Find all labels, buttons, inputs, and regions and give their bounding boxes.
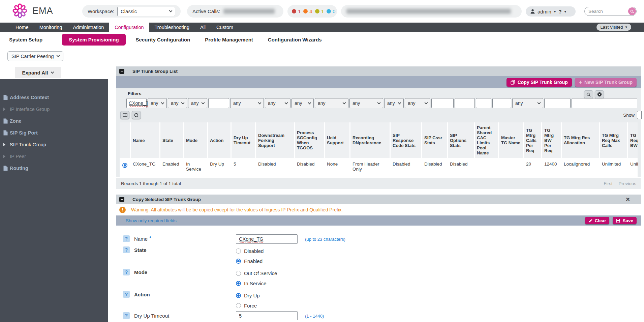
sidebar-item-address-context[interactable]: Address Context — [0, 91, 108, 103]
filter-select[interactable]: any — [292, 98, 314, 108]
tab-system-setup[interactable]: System Setup — [9, 34, 42, 46]
name-label: Name* — [134, 235, 151, 243]
show-required-fields-link[interactable]: Show only required fields — [126, 218, 177, 223]
pagination-first[interactable]: First — [604, 181, 612, 186]
tab-security-configuration[interactable]: Security Configuration — [136, 34, 190, 46]
refresh-button[interactable] — [132, 111, 141, 119]
state-option-disabled[interactable]: Disabled — [236, 246, 264, 255]
sidebar-item-sip-trunk-group[interactable]: SIP Trunk Group — [0, 139, 108, 150]
clear-filter-button[interactable] — [595, 90, 604, 98]
name-input[interactable]: CXone_TG — [236, 234, 298, 244]
filter-text-input[interactable] — [476, 98, 491, 108]
sidebar-item-sip-sig-port[interactable]: SIP Sig Port — [0, 127, 108, 139]
state-option-enabled[interactable]: Enabled — [236, 257, 264, 265]
collapse-panel-icon[interactable] — [119, 69, 124, 74]
workspace-label: Workspace: — [88, 8, 114, 14]
filter-select[interactable]: any — [349, 98, 383, 108]
radio-icon[interactable] — [236, 303, 241, 308]
clear-circle-icon — [597, 92, 602, 97]
action-option-dry-up[interactable]: Dry Up — [236, 291, 260, 300]
search-button[interactable] — [628, 7, 636, 15]
action-label: Action — [134, 291, 150, 310]
page-size-select[interactable] — [637, 111, 642, 119]
sidebar-item-routing[interactable]: Routing — [0, 162, 108, 174]
table-header-sip-options-stats: SIP Options Stats — [448, 122, 474, 158]
radio-icon[interactable] — [236, 248, 241, 254]
new-sip-trunk-group-button[interactable]: + New SIP Trunk Group — [575, 78, 637, 87]
copy-icon — [511, 80, 515, 85]
show-label: Show — [623, 113, 635, 118]
filter-select[interactable]: any — [265, 98, 290, 108]
name-field-row: ? Name* CXone_TG (up to 23 characters) — [123, 234, 641, 244]
nav-item-custom[interactable]: Custom — [211, 23, 239, 32]
filter-select-value: any — [318, 100, 326, 106]
dry-up-timeout-input[interactable]: 5 — [236, 311, 298, 320]
mode-option-in-service[interactable]: In Service — [236, 279, 277, 288]
save-button[interactable]: Save — [613, 217, 637, 224]
last-visited-button[interactable]: Last Visited ▾ — [596, 24, 632, 31]
filter-select[interactable]: any — [512, 98, 543, 108]
apply-filter-button[interactable] — [584, 90, 593, 98]
user-menu[interactable]: admin ▾ ? ▾ — [526, 6, 576, 17]
tab-profile-management[interactable]: Profile Management — [205, 34, 253, 46]
sidebar-item-ip-peer[interactable]: IP Peer — [0, 150, 108, 162]
mode-option-out-of-service[interactable]: Out Of Service — [236, 269, 277, 277]
chevron-down-icon: ▾ — [564, 9, 566, 14]
radio-icon[interactable] — [236, 293, 241, 298]
filter-select[interactable]: any — [230, 98, 264, 108]
row-cell: Disabled — [391, 159, 421, 176]
help-button[interactable]: ? — [558, 9, 561, 14]
filter-text-input[interactable] — [455, 98, 475, 108]
filter-text-input[interactable] — [572, 98, 637, 108]
workspace-select[interactable]: Classic — [117, 7, 175, 16]
pagination-previous[interactable]: Previous — [618, 181, 636, 186]
nav-item-administration[interactable]: Administration — [67, 23, 109, 32]
close-icon[interactable]: × — [626, 196, 630, 203]
help-icon[interactable]: ? — [123, 291, 130, 298]
table-row: CXone_TGEnabledIn ServiceDry Up5Disabled… — [120, 158, 638, 177]
choose-columns-button[interactable] — [120, 111, 129, 119]
filter-text-input[interactable] — [544, 98, 571, 108]
workspace-value: Classic — [121, 8, 137, 14]
nav-item-home[interactable]: Home — [10, 23, 34, 32]
radio-icon[interactable] — [236, 259, 241, 264]
nav-item-all[interactable]: All — [195, 23, 211, 32]
row-select-radio[interactable] — [120, 159, 130, 176]
radio-icon[interactable] — [236, 281, 241, 286]
copy-sip-trunk-group-button[interactable]: Copy SIP Trunk Group — [507, 78, 572, 87]
filter-text-input[interactable] — [431, 98, 454, 108]
row-cell: Dry Up — [208, 159, 231, 176]
tab-configuration-wizards[interactable]: Configuration Wizards — [268, 34, 322, 46]
filter-select[interactable]: any — [148, 98, 167, 108]
table-header-select-column — [120, 122, 130, 158]
sidebar-item-ip-interface-group[interactable]: IP Interface Group — [0, 103, 108, 115]
filter-select[interactable]: any — [315, 98, 348, 108]
action-option-force[interactable]: Force — [236, 301, 260, 310]
radio-icon[interactable] — [236, 271, 241, 276]
radio-icon[interactable] — [122, 163, 127, 168]
help-icon[interactable]: ? — [123, 235, 130, 242]
tab-system-provisioning[interactable]: System Provisioning — [62, 34, 125, 46]
help-icon[interactable]: ? — [123, 312, 130, 319]
chevron-down-icon — [343, 101, 346, 104]
sidebar-item-zone[interactable]: Zone — [0, 115, 108, 127]
filter-select[interactable]: any — [188, 98, 207, 108]
filter-text-input[interactable] — [208, 98, 229, 108]
dry-up-timeout-label: Dry Up Timeout — [134, 312, 169, 320]
nav-item-configuration[interactable]: Configuration — [109, 23, 149, 32]
nav-item-monitoring[interactable]: Monitoring — [34, 23, 68, 32]
filter-text-input[interactable] — [492, 98, 511, 108]
collapse-panel-icon[interactable] — [119, 197, 124, 202]
context-selector[interactable]: SIP Carrier Peering — [7, 51, 63, 61]
table-toolbar: Show — [120, 111, 641, 119]
alarm-dot-icon — [292, 9, 296, 13]
filter-select[interactable]: any — [405, 98, 430, 108]
clear-button[interactable]: Clear — [585, 217, 610, 224]
filter-select[interactable]: any — [384, 98, 404, 108]
filter-text-input[interactable]: CXone_TG — [126, 98, 147, 108]
filter-select[interactable]: any — [168, 98, 187, 108]
help-icon[interactable]: ? — [123, 269, 130, 275]
nav-item-troubleshooting[interactable]: Troubleshooting — [149, 23, 195, 32]
help-icon[interactable]: ? — [123, 246, 130, 253]
expand-all-button[interactable]: Expand All — [15, 67, 61, 78]
